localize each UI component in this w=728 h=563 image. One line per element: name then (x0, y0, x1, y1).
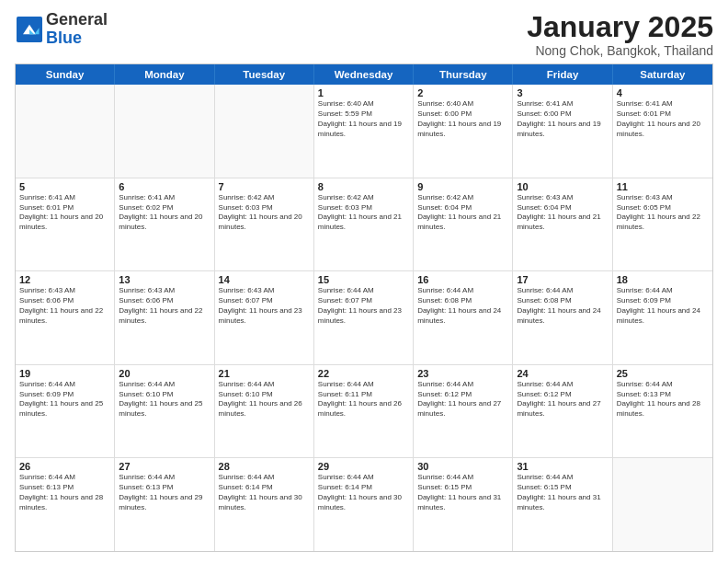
day-number: 8 (318, 181, 409, 192)
title-block: January 2025 Nong Chok, Bangkok, Thailan… (527, 11, 713, 58)
day-number: 31 (517, 461, 608, 472)
day-number: 2 (417, 87, 508, 98)
day-number: 13 (119, 274, 210, 285)
calendar-cell-day-4: 4Sunrise: 6:41 AMSunset: 6:01 PMDaylight… (613, 85, 712, 178)
calendar-cell-day-29: 29Sunrise: 6:44 AMSunset: 6:14 PMDayligh… (314, 458, 414, 551)
calendar-cell-day-11: 11Sunrise: 6:43 AMSunset: 6:05 PMDayligh… (613, 178, 712, 271)
day-number: 26 (19, 461, 110, 472)
calendar-cell-day-20: 20Sunrise: 6:44 AMSunset: 6:10 PMDayligh… (115, 365, 214, 458)
day-info: Sunrise: 6:44 AMSunset: 6:12 PMDaylight:… (517, 380, 608, 419)
calendar-cell-day-8: 8Sunrise: 6:42 AMSunset: 6:03 PMDaylight… (314, 178, 414, 271)
day-number: 28 (219, 461, 310, 472)
calendar-cell-day-22: 22Sunrise: 6:44 AMSunset: 6:11 PMDayligh… (314, 365, 414, 458)
calendar-cell-day-5: 5Sunrise: 6:41 AMSunset: 6:01 PMDaylight… (16, 178, 115, 271)
day-info: Sunrise: 6:44 AMSunset: 6:15 PMDaylight:… (517, 473, 608, 512)
day-number: 14 (219, 274, 310, 285)
page: General Blue January 2025 Nong Chok, Ban… (0, 0, 728, 563)
calendar-cell-empty (115, 85, 214, 178)
day-info: Sunrise: 6:44 AMSunset: 6:15 PMDaylight:… (417, 473, 508, 512)
logo-blue: Blue (46, 29, 82, 47)
calendar-cell-day-1: 1Sunrise: 6:40 AMSunset: 5:59 PMDaylight… (314, 85, 414, 178)
day-number: 16 (417, 274, 508, 285)
weekday-header-friday: Friday (513, 64, 612, 85)
day-number: 21 (219, 368, 310, 379)
day-info: Sunrise: 6:42 AMSunset: 6:03 PMDaylight:… (318, 193, 409, 233)
day-info: Sunrise: 6:44 AMSunset: 6:07 PMDaylight:… (318, 286, 409, 326)
day-info: Sunrise: 6:44 AMSunset: 6:14 PMDaylight:… (318, 473, 409, 512)
day-info: Sunrise: 6:44 AMSunset: 6:10 PMDaylight:… (219, 380, 310, 419)
calendar: SundayMondayTuesdayWednesdayThursdayFrid… (15, 63, 713, 552)
calendar-cell-day-26: 26Sunrise: 6:44 AMSunset: 6:13 PMDayligh… (16, 458, 115, 551)
calendar-cell-day-27: 27Sunrise: 6:44 AMSunset: 6:13 PMDayligh… (115, 458, 214, 551)
calendar-cell-day-15: 15Sunrise: 6:44 AMSunset: 6:07 PMDayligh… (314, 271, 414, 364)
day-info: Sunrise: 6:44 AMSunset: 6:14 PMDaylight:… (219, 473, 310, 512)
day-number: 19 (19, 368, 110, 379)
day-info: Sunrise: 6:43 AMSunset: 6:07 PMDaylight:… (219, 286, 310, 326)
calendar-cell-day-9: 9Sunrise: 6:42 AMSunset: 6:04 PMDaylight… (414, 178, 513, 271)
month-title: January 2025 (527, 11, 713, 43)
day-info: Sunrise: 6:44 AMSunset: 6:11 PMDaylight:… (318, 380, 409, 419)
day-number: 18 (617, 274, 709, 285)
calendar-cell-empty (16, 85, 115, 178)
day-info: Sunrise: 6:43 AMSunset: 6:05 PMDaylight:… (617, 193, 709, 233)
location-title: Nong Chok, Bangkok, Thailand (527, 43, 713, 58)
day-info: Sunrise: 6:44 AMSunset: 6:13 PMDaylight:… (19, 473, 110, 512)
calendar-cell-day-31: 31Sunrise: 6:44 AMSunset: 6:15 PMDayligh… (513, 458, 612, 551)
day-info: Sunrise: 6:41 AMSunset: 6:01 PMDaylight:… (617, 99, 709, 139)
day-number: 20 (119, 368, 210, 379)
calendar-cell-day-10: 10Sunrise: 6:43 AMSunset: 6:04 PMDayligh… (513, 178, 612, 271)
day-number: 23 (417, 368, 508, 379)
calendar-row-3: 19Sunrise: 6:44 AMSunset: 6:09 PMDayligh… (16, 365, 712, 459)
day-info: Sunrise: 6:40 AMSunset: 6:00 PMDaylight:… (417, 99, 508, 139)
header: General Blue January 2025 Nong Chok, Ban… (15, 11, 713, 58)
day-number: 11 (617, 181, 709, 192)
day-info: Sunrise: 6:44 AMSunset: 6:09 PMDaylight:… (617, 286, 709, 326)
day-number: 17 (517, 274, 608, 285)
day-info: Sunrise: 6:40 AMSunset: 5:59 PMDaylight:… (318, 99, 409, 139)
day-number: 27 (119, 461, 210, 472)
logo-icon (17, 17, 42, 42)
day-info: Sunrise: 6:43 AMSunset: 6:04 PMDaylight:… (517, 193, 608, 233)
weekday-header-sunday: Sunday (16, 64, 115, 85)
day-number: 4 (617, 87, 709, 98)
logo-general: General (46, 10, 108, 29)
calendar-row-2: 12Sunrise: 6:43 AMSunset: 6:06 PMDayligh… (16, 271, 712, 365)
day-number: 1 (318, 87, 409, 98)
day-info: Sunrise: 6:44 AMSunset: 6:09 PMDaylight:… (19, 380, 110, 419)
calendar-cell-day-2: 2Sunrise: 6:40 AMSunset: 6:00 PMDaylight… (414, 85, 513, 178)
day-info: Sunrise: 6:42 AMSunset: 6:04 PMDaylight:… (417, 193, 508, 233)
day-number: 22 (318, 368, 409, 379)
day-info: Sunrise: 6:41 AMSunset: 6:00 PMDaylight:… (517, 99, 608, 139)
day-info: Sunrise: 6:41 AMSunset: 6:01 PMDaylight:… (19, 193, 110, 233)
day-info: Sunrise: 6:44 AMSunset: 6:13 PMDaylight:… (119, 473, 210, 512)
day-number: 12 (19, 274, 110, 285)
calendar-body: 1Sunrise: 6:40 AMSunset: 5:59 PMDaylight… (16, 85, 712, 551)
day-number: 9 (417, 181, 508, 192)
calendar-cell-day-6: 6Sunrise: 6:41 AMSunset: 6:02 PMDaylight… (115, 178, 214, 271)
day-info: Sunrise: 6:44 AMSunset: 6:08 PMDaylight:… (517, 286, 608, 326)
weekday-header-monday: Monday (115, 64, 214, 85)
weekday-header-tuesday: Tuesday (215, 64, 314, 85)
logo: General Blue (15, 11, 108, 48)
calendar-header: SundayMondayTuesdayWednesdayThursdayFrid… (16, 64, 712, 85)
day-info: Sunrise: 6:41 AMSunset: 6:02 PMDaylight:… (119, 193, 210, 233)
calendar-cell-day-19: 19Sunrise: 6:44 AMSunset: 6:09 PMDayligh… (16, 365, 115, 458)
calendar-cell-day-12: 12Sunrise: 6:43 AMSunset: 6:06 PMDayligh… (16, 271, 115, 364)
day-info: Sunrise: 6:43 AMSunset: 6:06 PMDaylight:… (119, 286, 210, 326)
calendar-cell-day-25: 25Sunrise: 6:44 AMSunset: 6:13 PMDayligh… (613, 365, 712, 458)
weekday-header-wednesday: Wednesday (314, 64, 414, 85)
calendar-cell-day-16: 16Sunrise: 6:44 AMSunset: 6:08 PMDayligh… (414, 271, 513, 364)
day-number: 15 (318, 274, 409, 285)
calendar-cell-day-18: 18Sunrise: 6:44 AMSunset: 6:09 PMDayligh… (613, 271, 712, 364)
day-info: Sunrise: 6:44 AMSunset: 6:12 PMDaylight:… (417, 380, 508, 419)
calendar-cell-day-21: 21Sunrise: 6:44 AMSunset: 6:10 PMDayligh… (215, 365, 314, 458)
day-number: 3 (517, 87, 608, 98)
day-number: 5 (19, 181, 110, 192)
calendar-cell-day-13: 13Sunrise: 6:43 AMSunset: 6:06 PMDayligh… (115, 271, 214, 364)
day-info: Sunrise: 6:42 AMSunset: 6:03 PMDaylight:… (219, 193, 310, 233)
day-number: 29 (318, 461, 409, 472)
calendar-cell-day-17: 17Sunrise: 6:44 AMSunset: 6:08 PMDayligh… (513, 271, 612, 364)
weekday-header-saturday: Saturday (613, 64, 712, 85)
day-info: Sunrise: 6:44 AMSunset: 6:08 PMDaylight:… (417, 286, 508, 326)
calendar-cell-empty (613, 458, 712, 551)
